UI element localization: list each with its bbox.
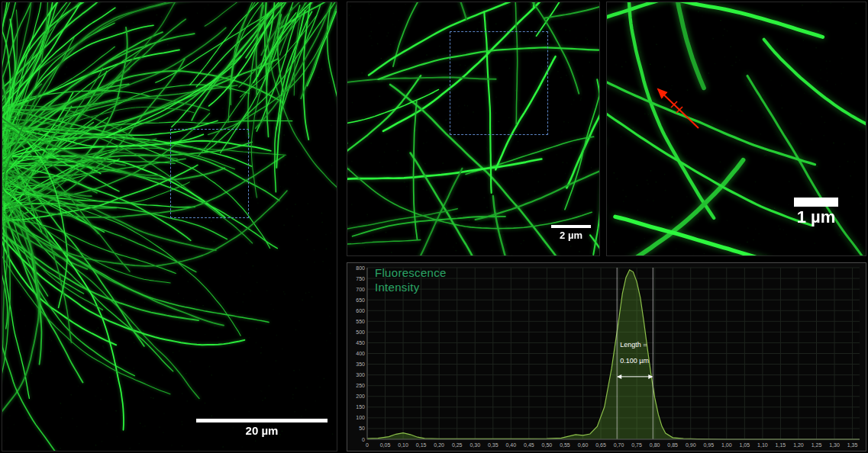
svg-text:1,30: 1,30 xyxy=(829,442,840,448)
zoom1-micrograph-panel: 2 µm xyxy=(347,2,600,256)
svg-text:550: 550 xyxy=(356,319,365,324)
svg-text:1,25: 1,25 xyxy=(812,442,822,448)
svg-text:450: 450 xyxy=(356,340,365,345)
overview-micrograph-image xyxy=(2,2,337,451)
svg-text:650: 650 xyxy=(356,297,365,303)
scale-bar-line xyxy=(551,225,591,228)
svg-text:0: 0 xyxy=(366,442,369,448)
zoom1-roi-box xyxy=(450,31,548,135)
scale-bar-label: 1 µm xyxy=(789,207,844,227)
svg-text:0,55: 0,55 xyxy=(560,442,570,448)
svg-text:0,60: 0,60 xyxy=(578,442,589,448)
svg-text:0.100 µm: 0.100 µm xyxy=(620,357,649,365)
zoom2-micrograph-panel: 1 µm xyxy=(606,2,866,256)
scale-bar-label: 2 µm xyxy=(549,230,593,241)
scale-bar-label: 20 µm xyxy=(196,424,328,437)
scale-bar-line xyxy=(196,419,328,422)
svg-text:150: 150 xyxy=(356,404,365,410)
svg-text:0,20: 0,20 xyxy=(434,442,444,448)
chart-title: Fluorescence Intensity xyxy=(375,266,447,295)
svg-text:0,75: 0,75 xyxy=(631,442,642,448)
scale-bar-line xyxy=(794,198,838,207)
svg-text:800: 800 xyxy=(356,265,365,271)
svg-text:0,80: 0,80 xyxy=(650,442,660,448)
svg-text:0,10: 0,10 xyxy=(398,442,408,448)
svg-text:0,70: 0,70 xyxy=(614,442,624,448)
svg-text:0,95: 0,95 xyxy=(703,442,714,448)
svg-text:0,35: 0,35 xyxy=(488,442,499,448)
svg-text:750: 750 xyxy=(356,276,365,281)
svg-text:0,85: 0,85 xyxy=(667,442,678,448)
red-measurement-arrow-icon xyxy=(641,79,710,140)
svg-text:0,40: 0,40 xyxy=(506,442,517,448)
svg-text:300: 300 xyxy=(356,372,365,378)
svg-text:200: 200 xyxy=(356,394,365,399)
microscopy-figure-root: 20 µm 2 µm 1 µm 00,050,100,150,200, xyxy=(0,0,868,453)
svg-text:0,90: 0,90 xyxy=(686,442,696,448)
overview-scale-bar: 20 µm xyxy=(196,419,328,437)
zoom2-scale-bar: 1 µm xyxy=(789,198,844,227)
svg-text:0,50: 0,50 xyxy=(542,442,553,448)
overview-roi-box xyxy=(170,129,249,218)
chart-title-line2: Intensity xyxy=(375,281,447,295)
svg-text:1,15: 1,15 xyxy=(776,442,786,448)
svg-text:0,65: 0,65 xyxy=(595,442,606,448)
svg-text:1,20: 1,20 xyxy=(793,442,804,448)
svg-text:0,45: 0,45 xyxy=(524,442,534,448)
svg-text:100: 100 xyxy=(356,415,365,420)
svg-text:Length =: Length = xyxy=(620,341,647,349)
svg-text:700: 700 xyxy=(356,287,365,292)
overview-micrograph-panel: 20 µm xyxy=(2,2,337,451)
svg-text:0,30: 0,30 xyxy=(469,442,480,448)
svg-text:350: 350 xyxy=(356,361,365,367)
svg-text:0: 0 xyxy=(362,437,365,442)
svg-text:600: 600 xyxy=(356,308,365,313)
svg-text:400: 400 xyxy=(356,351,365,356)
zoom1-scale-bar: 2 µm xyxy=(549,225,593,241)
svg-text:1,05: 1,05 xyxy=(740,442,750,448)
svg-text:50: 50 xyxy=(359,426,365,431)
svg-text:1,00: 1,00 xyxy=(721,442,732,448)
svg-text:250: 250 xyxy=(356,383,365,388)
svg-text:0,25: 0,25 xyxy=(452,442,463,448)
chart-title-line1: Fluorescence xyxy=(375,266,447,281)
svg-text:1,35: 1,35 xyxy=(847,442,858,448)
svg-text:500: 500 xyxy=(356,329,365,335)
intensity-profile-chart-panel: 00,050,100,150,200,250,300,350,400,450,5… xyxy=(347,262,866,451)
svg-text:0,15: 0,15 xyxy=(416,442,427,448)
svg-text:1,10: 1,10 xyxy=(757,442,768,448)
svg-text:0,05: 0,05 xyxy=(380,442,391,448)
